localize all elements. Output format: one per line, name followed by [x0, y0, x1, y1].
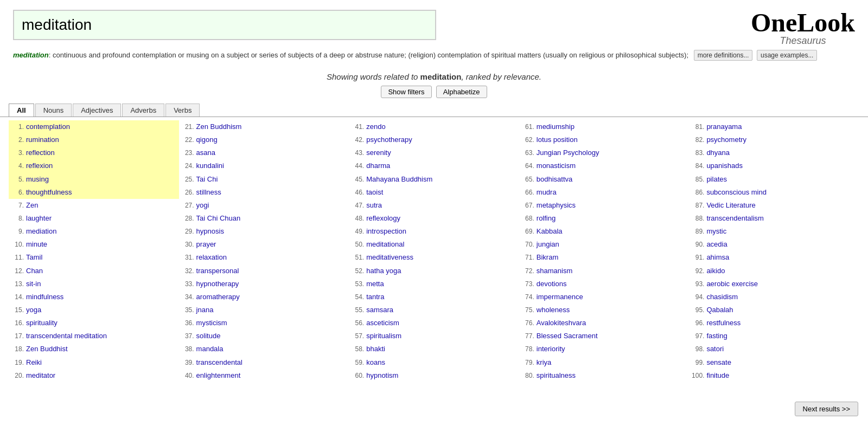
word-link[interactable]: pranayama — [706, 121, 742, 132]
word-link[interactable]: mandala — [196, 344, 224, 354]
alphabetize-button[interactable]: Alphabetize — [436, 86, 487, 98]
word-link[interactable]: impermanence — [537, 292, 583, 302]
word-link[interactable]: Jungian Psychology — [537, 147, 599, 158]
word-link[interactable]: mindfulness — [26, 292, 63, 302]
word-link[interactable]: transcendental — [196, 357, 242, 368]
word-link[interactable]: asceticism — [366, 318, 399, 328]
word-link[interactable]: lotus position — [537, 134, 578, 145]
word-link[interactable]: aikido — [706, 266, 725, 276]
word-link[interactable]: Mahayana Buddhism — [366, 174, 432, 185]
word-link[interactable]: Zen Buddhism — [196, 121, 242, 132]
word-link[interactable]: relaxation — [196, 252, 227, 263]
word-link[interactable]: mystic — [706, 226, 726, 237]
word-link[interactable]: aromatherapy — [196, 292, 240, 302]
word-link[interactable]: yogi — [196, 200, 209, 211]
word-link[interactable]: samsara — [366, 305, 393, 315]
tab-nouns[interactable]: Nouns — [35, 104, 72, 117]
word-link[interactable]: Tamil — [26, 252, 42, 263]
word-link[interactable]: koans — [366, 357, 385, 368]
word-link[interactable]: kriya — [537, 357, 551, 368]
word-link[interactable]: stillness — [196, 187, 221, 198]
word-link[interactable]: musing — [26, 174, 49, 185]
word-link[interactable]: Zen Buddhist — [26, 344, 68, 354]
word-link[interactable]: serenity — [366, 147, 391, 158]
word-link[interactable]: reflexology — [366, 213, 400, 224]
word-link[interactable]: rumination — [26, 134, 59, 145]
word-link[interactable]: aerobic exercise — [706, 279, 758, 289]
word-link[interactable]: transpersonal — [196, 266, 239, 276]
word-link[interactable]: metta — [366, 279, 384, 289]
word-link[interactable]: sutra — [366, 200, 382, 211]
word-link[interactable]: acedia — [706, 239, 727, 250]
word-link[interactable]: Tai Chi — [196, 174, 218, 185]
word-link[interactable]: devotions — [537, 279, 567, 289]
word-link[interactable]: bhakti — [366, 344, 385, 354]
word-link[interactable]: fasting — [706, 331, 727, 341]
word-link[interactable]: ahimsa — [706, 252, 729, 263]
tab-adjectives[interactable]: Adjectives — [73, 104, 121, 117]
word-link[interactable]: kundalini — [196, 160, 224, 171]
word-link[interactable]: Zen — [26, 200, 38, 211]
word-link[interactable]: tantra — [366, 292, 384, 302]
word-link[interactable]: solitude — [196, 331, 221, 341]
word-link[interactable]: dharma — [366, 160, 390, 171]
word-link[interactable]: Reiki — [26, 357, 42, 368]
word-link[interactable]: monasticism — [537, 160, 576, 171]
word-link[interactable]: Chan — [26, 266, 43, 276]
word-link[interactable]: Bikram — [537, 252, 558, 263]
word-link[interactable]: mudra — [537, 187, 557, 198]
word-link[interactable]: wholeness — [537, 305, 570, 315]
word-link[interactable]: Avalokiteshvara — [537, 318, 586, 328]
word-link[interactable]: sensate — [706, 357, 731, 368]
word-link[interactable]: mediation — [26, 226, 56, 237]
word-link[interactable]: Tai Chi Chuan — [196, 213, 241, 224]
word-link[interactable]: sit-in — [26, 279, 41, 289]
word-link[interactable]: qigong — [196, 134, 218, 145]
word-link[interactable]: Qabalah — [706, 305, 733, 315]
word-link[interactable]: prayer — [196, 239, 216, 250]
word-link[interactable]: spirituality — [26, 318, 58, 328]
word-link[interactable]: spiritualness — [537, 370, 576, 381]
word-link[interactable]: psychotherapy — [366, 134, 412, 145]
word-link[interactable]: Blessed Sacrament — [537, 331, 598, 341]
word-link[interactable]: interiority — [537, 344, 565, 354]
word-link[interactable]: transcendentalism — [706, 213, 764, 224]
word-link[interactable]: asana — [196, 147, 215, 158]
search-input[interactable] — [13, 10, 436, 40]
word-link[interactable]: enlightenment — [196, 370, 241, 381]
word-link[interactable]: subconscious mind — [706, 187, 767, 198]
word-link[interactable]: mysticism — [196, 318, 227, 328]
tab-verbs[interactable]: Verbs — [165, 104, 200, 117]
word-link[interactable]: satori — [706, 344, 724, 354]
word-link[interactable]: meditativeness — [366, 252, 413, 263]
word-link[interactable]: jnana — [196, 305, 214, 315]
word-link[interactable]: laughter — [26, 213, 52, 224]
word-link[interactable]: meditational — [366, 239, 404, 250]
word-link[interactable]: Vedic Literature — [706, 200, 755, 211]
word-link[interactable]: Kabbala — [537, 226, 563, 237]
more-definitions-link[interactable]: more definitions... — [694, 50, 753, 61]
word-link[interactable]: transcendental meditation — [26, 331, 107, 341]
word-link[interactable]: reflection — [26, 147, 55, 158]
word-link[interactable]: pilates — [706, 174, 727, 185]
word-link[interactable]: dhyana — [706, 147, 730, 158]
usage-examples-link[interactable]: usage examples... — [757, 50, 817, 61]
word-link[interactable]: chasidism — [706, 292, 738, 302]
word-link[interactable]: hypnotherapy — [196, 279, 239, 289]
word-link[interactable]: minute — [26, 239, 47, 250]
word-link[interactable]: shamanism — [537, 266, 572, 276]
word-link[interactable]: psychometry — [706, 134, 746, 145]
word-link[interactable]: metaphysics — [537, 200, 576, 211]
word-link[interactable]: reflexion — [26, 160, 53, 171]
word-link[interactable]: jungian — [537, 239, 559, 250]
word-link[interactable]: upanishads — [706, 160, 743, 171]
word-link[interactable]: hatha yoga — [366, 266, 401, 276]
word-link[interactable]: yoga — [26, 305, 41, 315]
word-link[interactable]: contemplation — [26, 121, 70, 132]
word-link[interactable]: bodhisattva — [537, 174, 573, 185]
word-link[interactable]: rolfing — [537, 213, 556, 224]
word-link[interactable]: hypnosis — [196, 226, 224, 237]
word-link[interactable]: finitude — [706, 370, 729, 381]
word-link[interactable]: restfulness — [706, 318, 741, 328]
tab-adverbs[interactable]: Adverbs — [122, 104, 164, 117]
